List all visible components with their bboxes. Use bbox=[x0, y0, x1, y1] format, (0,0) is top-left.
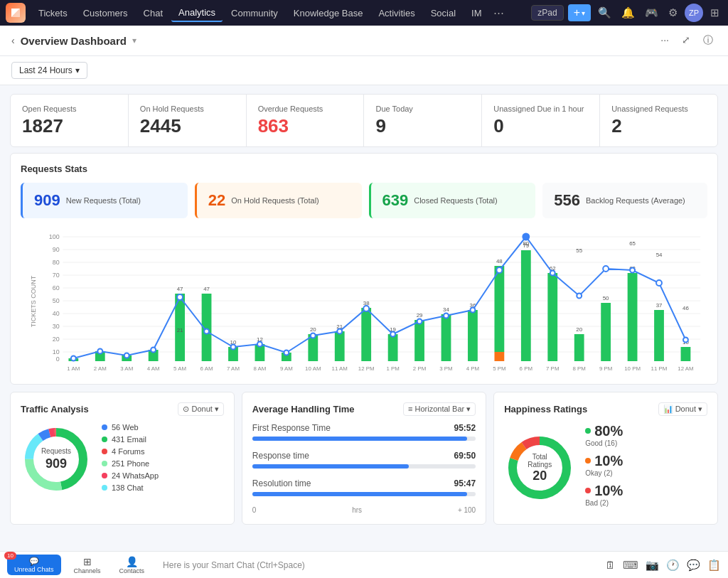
backlog-label: Backlog Requests (Average) bbox=[586, 196, 685, 205]
svg-text:11 AM: 11 AM bbox=[332, 365, 348, 372]
handling-dropdown[interactable]: ≡ Horizontal Bar ▾ bbox=[403, 402, 476, 416]
svg-text:20: 20 bbox=[53, 336, 60, 343]
nav-chat[interactable]: Chat bbox=[136, 5, 170, 21]
svg-point-73 bbox=[204, 328, 209, 333]
svg-text:20: 20 bbox=[310, 326, 316, 333]
handling-rows: First Response Time 95:52 Response time … bbox=[252, 423, 476, 496]
breadcrumb-right: ··· ⤢ ⓘ bbox=[657, 33, 717, 48]
nav-customers[interactable]: Customers bbox=[76, 5, 135, 21]
svg-point-89 bbox=[630, 267, 635, 272]
nav-activities[interactable]: Activities bbox=[371, 5, 422, 21]
title-chevron-icon[interactable]: ▾ bbox=[132, 36, 136, 46]
axis-start: 0 bbox=[252, 506, 257, 514]
happiness-dropdown[interactable]: 📊 Donut ▾ bbox=[658, 402, 707, 416]
add-button[interactable]: + ▾ bbox=[568, 4, 591, 21]
apps-icon[interactable]: ⊞ bbox=[707, 5, 722, 21]
svg-text:10 PM: 10 PM bbox=[624, 365, 641, 372]
first-response-row: First Response Time 95:52 bbox=[252, 423, 476, 441]
resolution-time-value: 95:47 bbox=[454, 478, 476, 488]
svg-text:65: 65 bbox=[629, 240, 636, 247]
donut-center-label: Requests 909 bbox=[41, 446, 71, 471]
expand-button[interactable]: ⤢ bbox=[678, 33, 694, 48]
settings-icon[interactable]: ⚙ bbox=[665, 5, 680, 21]
svg-text:70: 70 bbox=[53, 272, 60, 279]
svg-point-75 bbox=[257, 341, 262, 346]
traffic-analysis-panel: Traffic Analysis ⊙ Donut ▾ bbox=[10, 392, 235, 525]
nav-community[interactable]: Community bbox=[224, 5, 285, 21]
legend-item-web: 56 Web bbox=[102, 423, 159, 432]
okay-pct: 10% bbox=[594, 453, 623, 469]
back-button[interactable]: ‹ bbox=[11, 35, 15, 46]
svg-text:80: 80 bbox=[523, 240, 529, 247]
svg-text:2 PM: 2 PM bbox=[413, 365, 426, 372]
svg-point-88 bbox=[603, 266, 609, 272]
happiness-good-row: 80% bbox=[585, 423, 623, 439]
svg-text:55: 55 bbox=[576, 247, 582, 254]
svg-point-80 bbox=[390, 331, 395, 336]
nav-tickets[interactable]: Tickets bbox=[31, 5, 75, 21]
bad-label: Bad (2) bbox=[585, 499, 623, 507]
happiness-chart-icon: 📊 bbox=[663, 405, 673, 414]
nav-right: zPad + ▾ 🔍 🔔 🎮 ⚙ ZP ⊞ bbox=[531, 4, 722, 22]
traffic-donut: Requests 909 bbox=[21, 424, 92, 495]
forums-label: 4 Forums bbox=[112, 447, 144, 456]
nav-social[interactable]: Social bbox=[424, 5, 463, 21]
notifications-icon[interactable]: 🔔 bbox=[619, 5, 638, 21]
svg-point-70 bbox=[124, 353, 129, 358]
breadcrumb-left: ‹ Overview Dashboard ▾ bbox=[11, 35, 136, 47]
svg-text:9 AM: 9 AM bbox=[280, 365, 293, 372]
happiness-ratings-panel: Happiness Ratings 📊 Donut ▾ To bbox=[493, 392, 718, 525]
svg-point-68 bbox=[71, 355, 76, 360]
svg-text:4 PM: 4 PM bbox=[466, 365, 479, 372]
search-icon[interactable]: 🔍 bbox=[595, 5, 614, 21]
resolution-time-label: Resolution time bbox=[252, 478, 311, 488]
info-button[interactable]: ⓘ bbox=[700, 33, 717, 48]
svg-point-79 bbox=[363, 306, 369, 311]
svg-text:40: 40 bbox=[53, 310, 60, 317]
svg-text:6 PM: 6 PM bbox=[520, 365, 532, 372]
bottom-panels: Traffic Analysis ⊙ Donut ▾ bbox=[10, 392, 718, 525]
svg-rect-41 bbox=[388, 334, 398, 361]
phone-label: 251 Phone bbox=[112, 459, 149, 468]
response-time-track bbox=[252, 464, 476, 469]
avatar[interactable]: ZP bbox=[685, 4, 703, 22]
svg-point-72 bbox=[177, 294, 183, 300]
whatsapp-dot bbox=[102, 473, 107, 478]
svg-text:7 AM: 7 AM bbox=[227, 365, 240, 372]
nav-im[interactable]: IM bbox=[464, 5, 488, 21]
donut-area: Requests 909 56 Web 431 Email 4 Forums bbox=[21, 423, 224, 496]
svg-text:37: 37 bbox=[656, 302, 663, 309]
time-filter-button[interactable]: Last 24 Hours ▾ bbox=[11, 62, 87, 79]
horizontal-bar-icon: ≡ bbox=[408, 405, 412, 413]
email-label: 431 Email bbox=[112, 435, 146, 444]
web-dot bbox=[102, 424, 107, 430]
stat-due-value: 9 bbox=[375, 116, 470, 137]
email-dot bbox=[102, 437, 107, 442]
svg-point-84 bbox=[496, 267, 502, 273]
bad-dot bbox=[585, 488, 591, 493]
happiness-chevron-icon: ▾ bbox=[698, 405, 702, 414]
legend-item-whatsapp: 24 WhatsApp bbox=[102, 471, 159, 480]
svg-text:4 AM: 4 AM bbox=[147, 365, 160, 372]
svg-point-77 bbox=[311, 333, 316, 338]
svg-text:2 AM: 2 AM bbox=[94, 365, 107, 372]
more-icon[interactable]: ⋯ bbox=[491, 5, 507, 21]
nav-analytics[interactable]: Analytics bbox=[171, 4, 223, 22]
stat-hold-label: On Hold Requests bbox=[140, 105, 235, 113]
legend-item-chat: 138 Chat bbox=[102, 483, 159, 492]
svg-rect-39 bbox=[361, 308, 371, 361]
on-hold-label: On Hold Requests (Total) bbox=[231, 196, 319, 205]
closed-label: Closed Requests (Total) bbox=[414, 196, 497, 205]
nav-knowledge-base[interactable]: Knowledge Base bbox=[287, 5, 370, 21]
workspace-button[interactable]: zPad bbox=[531, 5, 563, 21]
svg-text:7 PM: 7 PM bbox=[546, 365, 559, 372]
bad-pct: 10% bbox=[594, 483, 623, 499]
svg-rect-50 bbox=[494, 352, 504, 361]
traffic-legend: 56 Web 431 Email 4 Forums 251 Phone 24 W… bbox=[102, 423, 159, 496]
handling-dropdown-label: Horizontal Bar bbox=[415, 405, 465, 413]
gamepad-icon[interactable]: 🎮 bbox=[642, 5, 661, 21]
whatsapp-label: 24 WhatsApp bbox=[112, 471, 159, 480]
traffic-dropdown[interactable]: ⊙ Donut ▾ bbox=[178, 402, 223, 416]
app-logo[interactable] bbox=[6, 3, 26, 23]
more-options-button[interactable]: ··· bbox=[657, 33, 673, 48]
